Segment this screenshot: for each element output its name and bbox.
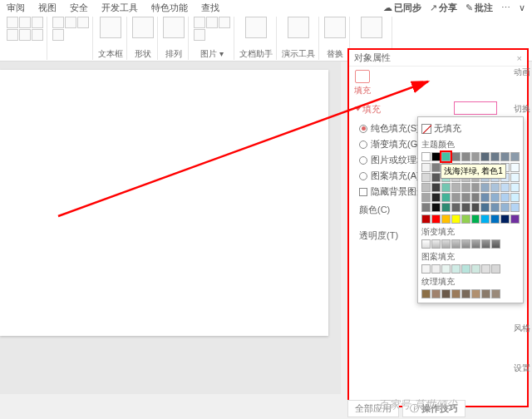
menu-item[interactable]: 查找	[201, 2, 219, 13]
list-icon[interactable]	[52, 29, 64, 41]
slide[interactable]	[0, 70, 328, 336]
color-swatch[interactable]	[471, 214, 480, 224]
color-swatch[interactable]	[510, 163, 520, 172]
color-swatch[interactable]	[510, 183, 520, 192]
ribbon-group-textbox[interactable]: 文本框	[95, 17, 127, 60]
color-swatch[interactable]	[431, 289, 441, 298]
color-swatch[interactable]	[510, 203, 520, 212]
color-swatch[interactable]	[431, 173, 441, 182]
color-swatch[interactable]	[451, 183, 461, 192]
color-swatch[interactable]	[421, 264, 431, 274]
menu-item[interactable]: 安全	[70, 2, 88, 13]
color-swatch[interactable]	[510, 214, 520, 224]
color-swatch[interactable]	[441, 264, 451, 274]
color-swatch[interactable]	[490, 152, 500, 161]
side-tab-anim[interactable]: 动画	[514, 67, 530, 78]
color-swatch[interactable]	[481, 264, 490, 274]
color-swatch[interactable]	[461, 193, 470, 202]
color-swatch[interactable]	[441, 203, 451, 212]
color-swatch[interactable]	[490, 193, 500, 202]
align-icon[interactable]	[32, 29, 43, 41]
color-swatch[interactable]	[471, 193, 480, 202]
color-swatch[interactable]	[431, 183, 441, 192]
menu-item[interactable]: 视图	[38, 2, 57, 13]
color-swatch[interactable]	[500, 152, 510, 161]
color-swatch[interactable]	[461, 214, 470, 224]
color-swatch[interactable]	[431, 264, 441, 274]
color-swatch[interactable]	[431, 193, 441, 202]
nofill-option[interactable]: 无填充	[421, 121, 520, 136]
pic-icon[interactable]	[194, 17, 205, 28]
color-swatch[interactable]	[461, 264, 470, 274]
color-swatch[interactable]	[451, 214, 461, 224]
color-swatch[interactable]	[490, 203, 500, 212]
color-swatch[interactable]	[500, 214, 510, 224]
color-swatch[interactable]	[510, 152, 520, 161]
color-swatch[interactable]	[451, 289, 461, 298]
color-swatch[interactable]	[431, 214, 441, 224]
color-swatch[interactable]	[431, 163, 441, 172]
color-swatch[interactable]	[461, 152, 470, 161]
color-swatch[interactable]	[471, 152, 480, 161]
ribbon-group-replace[interactable]: 替换	[321, 17, 350, 60]
color-swatch[interactable]	[491, 289, 500, 298]
sync-status[interactable]: ☁ 已同步	[383, 2, 421, 14]
color-swatch[interactable]	[480, 152, 490, 161]
menu-item[interactable]: 审阅	[7, 2, 25, 13]
color-swatch[interactable]	[421, 193, 431, 202]
tab-fill[interactable]: 填充	[354, 70, 371, 96]
color-swatch[interactable]	[490, 183, 500, 192]
color-swatch[interactable]	[431, 152, 441, 161]
color-swatch[interactable]	[461, 183, 470, 192]
color-swatch[interactable]	[480, 203, 490, 212]
color-swatch[interactable]	[451, 264, 461, 274]
pic-icon[interactable]	[206, 17, 218, 28]
color-swatch[interactable]	[471, 289, 480, 298]
ribbon-group-shape[interactable]: 形状	[129, 17, 158, 60]
color-swatch[interactable]	[490, 214, 500, 224]
comment-button[interactable]: ✎ 批注	[466, 2, 493, 14]
color-swatch[interactable]	[480, 183, 490, 192]
list-icon[interactable]	[52, 17, 64, 28]
color-swatch[interactable]	[480, 214, 490, 224]
color-swatch[interactable]	[471, 183, 480, 192]
color-swatch[interactable]	[441, 183, 451, 192]
align-icon[interactable]	[7, 17, 18, 28]
more-icon[interactable]: ⋯	[501, 2, 510, 13]
ribbon-group-arrange[interactable]: 排列	[160, 17, 189, 60]
color-swatch[interactable]	[471, 264, 480, 274]
color-swatch[interactable]	[451, 152, 461, 161]
color-swatch[interactable]	[441, 193, 451, 202]
ribbon-group-present[interactable]: 演示工具	[278, 17, 319, 60]
color-swatch[interactable]	[481, 289, 490, 298]
color-swatch[interactable]	[500, 193, 510, 202]
align-icon[interactable]	[32, 17, 43, 28]
menu-item[interactable]: 特色功能	[151, 2, 188, 13]
color-swatch[interactable]	[461, 289, 470, 298]
color-swatch[interactable]	[491, 264, 500, 274]
color-swatch[interactable]	[510, 193, 520, 202]
color-swatch[interactable]	[500, 203, 510, 212]
align-icon[interactable]	[7, 29, 18, 41]
color-swatch[interactable]	[471, 203, 480, 212]
color-swatch[interactable]	[421, 183, 431, 192]
align-icon[interactable]	[19, 29, 31, 41]
color-swatch[interactable]	[451, 203, 461, 212]
color-swatch[interactable]	[421, 214, 431, 224]
ribbon-group-dochelper[interactable]: 文档助手	[236, 17, 277, 60]
color-swatch[interactable]	[461, 203, 470, 212]
color-swatch[interactable]	[421, 163, 431, 172]
list-icon[interactable]	[65, 17, 76, 28]
color-swatch[interactable]	[451, 193, 461, 202]
list-icon[interactable]	[77, 17, 89, 28]
align-icon[interactable]	[19, 17, 31, 28]
pic-icon[interactable]	[219, 17, 230, 28]
color-swatch[interactable]	[441, 214, 451, 224]
side-tab-trans[interactable]: 切换	[514, 103, 530, 115]
color-swatch[interactable]	[500, 183, 510, 192]
color-swatch[interactable]	[510, 173, 520, 182]
color-dropdown[interactable]	[454, 101, 497, 115]
color-swatch[interactable]	[431, 203, 441, 212]
pic-icon[interactable]	[194, 29, 205, 41]
color-swatch[interactable]	[441, 289, 451, 298]
